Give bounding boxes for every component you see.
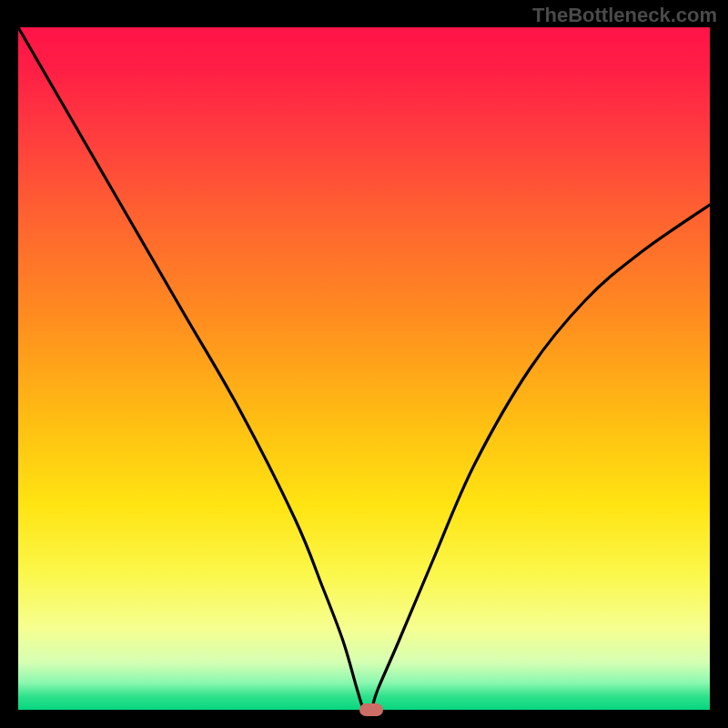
plot-area [18, 27, 710, 710]
bottleneck-curve [18, 27, 710, 710]
watermark-text: TheBottleneck.com [532, 4, 717, 27]
curve-svg [18, 27, 710, 710]
chart-frame: TheBottleneck.com [0, 0, 728, 728]
optimal-point-marker [359, 703, 383, 716]
